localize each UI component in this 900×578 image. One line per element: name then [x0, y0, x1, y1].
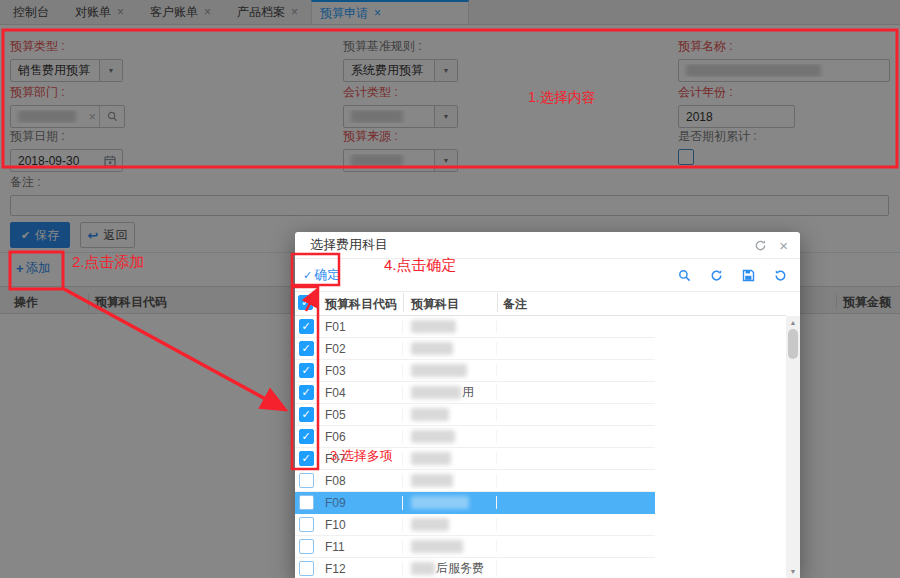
- row-checkbox[interactable]: [299, 385, 314, 400]
- select-all-cell: [298, 295, 313, 310]
- row-checkbox[interactable]: [299, 407, 314, 422]
- blurred-text: [411, 562, 435, 575]
- close-icon[interactable]: ×: [779, 238, 788, 253]
- row-checkbox-cell: [295, 341, 317, 356]
- cell-subject: [403, 452, 497, 465]
- cell-subject-code: F05: [317, 408, 403, 422]
- modal-table-header: 预算科目代码 预算科目 备注: [295, 290, 786, 316]
- table-row[interactable]: F08: [295, 470, 655, 492]
- col-remark: 备注: [503, 296, 527, 313]
- cell-subject: [403, 320, 497, 333]
- cell-subject-code: F03: [317, 364, 403, 378]
- cell-subject: [403, 496, 497, 509]
- blurred-text: [411, 320, 456, 333]
- row-checkbox-cell: [295, 429, 317, 444]
- row-checkbox[interactable]: [299, 429, 314, 444]
- blurred-text: [411, 342, 453, 355]
- scrollbar-thumb[interactable]: [788, 329, 798, 359]
- table-row[interactable]: F12后服务费: [295, 558, 655, 578]
- confirm-button[interactable]: ✓ 确定: [303, 266, 340, 284]
- row-checkbox-cell: [295, 473, 317, 488]
- row-checkbox-cell: [295, 561, 317, 576]
- row-checkbox[interactable]: [299, 561, 314, 576]
- undo-icon[interactable]: [774, 269, 787, 282]
- table-row[interactable]: F03: [295, 360, 655, 382]
- modal-table-body: F01F02F03F04用F05F06F07F08F09F10F11F12后服务…: [295, 316, 786, 578]
- row-checkbox[interactable]: [299, 495, 314, 510]
- row-checkbox-cell: [295, 495, 317, 510]
- row-checkbox[interactable]: [299, 341, 314, 356]
- dialog-title: 选择费用科目: [310, 236, 388, 254]
- refresh-icon[interactable]: [710, 269, 723, 282]
- cell-subject-code: F11: [317, 540, 403, 554]
- row-checkbox[interactable]: [299, 451, 314, 466]
- dialog-toolbar: ✓ 确定: [295, 259, 800, 292]
- cell-subject-code: F09: [317, 496, 403, 510]
- scroll-down-icon[interactable]: ▼: [786, 568, 800, 575]
- confirm-button-label: 确定: [314, 266, 340, 284]
- col-subject-code: 预算科目代码: [325, 296, 397, 313]
- cell-subject: [403, 408, 497, 421]
- cell-subject: [403, 540, 497, 553]
- row-checkbox[interactable]: [299, 473, 314, 488]
- row-checkbox-cell: [295, 407, 317, 422]
- row-checkbox[interactable]: [299, 517, 314, 532]
- table-row[interactable]: F04用: [295, 382, 655, 404]
- table-row[interactable]: F01: [295, 316, 655, 338]
- dialog-titlebar: 选择费用科目 ×: [295, 232, 800, 259]
- blurred-text: [411, 496, 469, 509]
- table-row[interactable]: F06: [295, 426, 655, 448]
- row-checkbox[interactable]: [299, 319, 314, 334]
- cell-subject-code: F10: [317, 518, 403, 532]
- cell-subject-code: F12: [317, 562, 403, 576]
- cell-subject: 用: [403, 384, 497, 401]
- table-row[interactable]: F11: [295, 536, 655, 558]
- check-icon: ✓: [303, 269, 312, 282]
- cell-subject: [403, 430, 497, 443]
- row-checkbox-cell: [295, 451, 317, 466]
- blurred-text: [411, 364, 467, 377]
- row-checkbox-cell: [295, 363, 317, 378]
- table-row[interactable]: F05: [295, 404, 655, 426]
- budget-application-screen: { "tabs": [ {"label": "控制台", "closable":…: [0, 0, 900, 578]
- cell-subject-code: F02: [317, 342, 403, 356]
- save-export-icon[interactable]: [742, 269, 755, 282]
- row-checkbox[interactable]: [299, 363, 314, 378]
- blurred-text: [411, 540, 463, 553]
- row-checkbox[interactable]: [299, 539, 314, 554]
- select-all-checkbox[interactable]: [298, 295, 313, 310]
- cell-subject-text: 后服务费: [436, 560, 484, 577]
- cell-subject-code: F08: [317, 474, 403, 488]
- table-row[interactable]: F10: [295, 514, 655, 536]
- cell-subject-code: F01: [317, 320, 403, 334]
- cell-subject: [403, 474, 497, 487]
- cell-subject: [403, 342, 497, 355]
- select-expense-subject-dialog: 选择费用科目 × ✓ 确定 预算科目代码 预算科目 备注 F01F02F03F0…: [295, 232, 800, 578]
- row-checkbox-cell: [295, 539, 317, 554]
- cell-subject: [403, 518, 497, 531]
- cell-subject-code: F06: [317, 430, 403, 444]
- vertical-scrollbar[interactable]: ▲ ▼: [786, 316, 800, 578]
- search-icon[interactable]: [678, 269, 691, 282]
- blurred-text: [411, 474, 453, 487]
- col-subject: 预算科目: [411, 296, 459, 313]
- cell-subject: [403, 364, 497, 377]
- cell-subject-code: F04: [317, 386, 403, 400]
- cell-subject: 后服务费: [403, 560, 497, 577]
- blurred-text: [411, 518, 449, 531]
- blurred-text: [411, 452, 451, 465]
- row-checkbox-cell: [295, 319, 317, 334]
- table-row[interactable]: F02: [295, 338, 655, 360]
- column-divider: [317, 293, 318, 312]
- table-row[interactable]: F07: [295, 448, 655, 470]
- column-divider: [497, 293, 498, 312]
- row-checkbox-cell: [295, 517, 317, 532]
- row-checkbox-cell: [295, 385, 317, 400]
- blurred-text: [411, 430, 455, 443]
- scroll-up-icon[interactable]: ▲: [786, 319, 800, 326]
- table-row[interactable]: F09: [295, 492, 655, 514]
- blurred-text: [411, 386, 461, 399]
- cell-subject-text: 用: [462, 384, 474, 401]
- reload-icon[interactable]: [754, 239, 767, 252]
- cell-subject-code: F07: [317, 452, 403, 466]
